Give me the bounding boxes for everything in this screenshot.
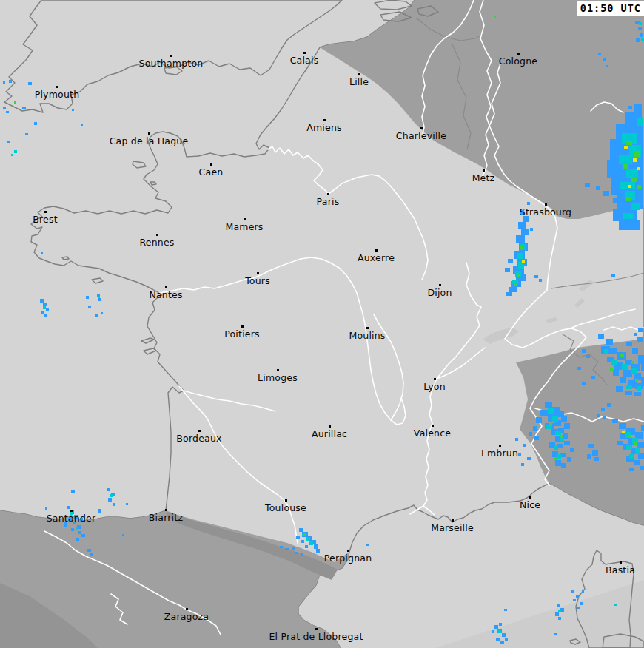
radar-cell-light: [28, 82, 32, 85]
city-dot: [165, 509, 167, 511]
city-label: Plymouth: [35, 89, 80, 100]
radar-cell-moderate: [11, 154, 13, 156]
city-label: Rennes: [139, 237, 174, 248]
radar-cell-light: [22, 107, 26, 109]
radar-cell-light: [71, 528, 74, 531]
radar-cell-moderate: [558, 610, 561, 612]
radar-cell-light: [564, 441, 570, 445]
radar-cell-light: [598, 53, 601, 55]
radar-cell-heavy: [554, 457, 557, 460]
radar-cell-moderate: [626, 445, 632, 450]
radar-cell-light: [516, 235, 525, 243]
city-dot: [358, 73, 360, 75]
radar-cell-moderate: [552, 416, 558, 422]
radar-cell-light: [46, 308, 49, 311]
radar-cell-light: [301, 540, 304, 543]
radar-cell-light: [613, 370, 619, 376]
city-label: Cologne: [499, 55, 537, 67]
radar-cell-heavy: [620, 354, 624, 357]
city-dot: [323, 119, 326, 121]
radar-cell-light: [316, 549, 320, 553]
radar-cell-light: [518, 453, 521, 456]
city-label: Lyon: [423, 381, 446, 392]
radar-cell-heavy: [517, 274, 520, 277]
radar-cell-moderate: [76, 527, 78, 530]
radar-cell-moderate: [622, 364, 628, 370]
radar-cell-light: [641, 425, 644, 431]
radar-cell-light: [299, 528, 303, 532]
radar-cell-light: [126, 503, 128, 505]
city-label: Nantes: [149, 289, 182, 300]
radar-cell-intense: [522, 260, 525, 263]
city-label: Charleville: [396, 130, 446, 141]
radar-cell-light: [557, 604, 560, 607]
radar-cell-light: [640, 466, 644, 470]
radar-cell-light: [500, 641, 504, 644]
radar-cell-light: [25, 133, 28, 135]
radar-cell-moderate: [611, 360, 617, 365]
city-dot: [545, 203, 547, 206]
radar-cell-light: [366, 544, 369, 546]
radar-cell-light: [577, 367, 581, 370]
radar-cell-intense: [637, 167, 640, 170]
radar-cell-moderate: [619, 155, 632, 164]
radar-cell-light: [582, 382, 586, 385]
city-label: Moulins: [349, 330, 385, 341]
radar-cell-moderate: [631, 368, 637, 374]
radar-cell-light: [576, 595, 579, 598]
radar-cell-light: [594, 457, 599, 461]
radar-cell-light: [632, 348, 638, 354]
city-dot: [148, 132, 150, 135]
radar-cell-heavy: [14, 101, 16, 104]
city-label: Tours: [245, 275, 270, 286]
radar-cell-light: [9, 80, 12, 83]
radar-cell-light: [585, 183, 590, 187]
city-label: Amiens: [306, 122, 342, 133]
radar-cell-light: [607, 403, 611, 407]
city-dot: [432, 425, 434, 427]
radar-cell-moderate: [306, 537, 310, 541]
city-dot: [347, 550, 349, 552]
radar-map: [0, 0, 644, 648]
city-label: Dijon: [427, 287, 452, 298]
radar-cell-light: [619, 220, 640, 230]
city-dot: [277, 369, 279, 371]
radar-cell-light: [582, 349, 586, 353]
radar-cell-light: [554, 633, 557, 635]
radar-cell-heavy: [610, 368, 613, 371]
city-dot: [186, 608, 188, 610]
radar-cell-moderate: [631, 203, 640, 210]
radar-cell-light: [561, 463, 566, 468]
radar-cell-light: [90, 553, 93, 556]
radar-cell-light: [509, 287, 517, 292]
radar-cell-light: [43, 303, 47, 306]
city-label: Calais: [290, 55, 319, 66]
radar-cell-light: [626, 342, 632, 346]
radar-cell-light: [285, 548, 289, 550]
radar-cell-light: [71, 490, 75, 493]
city-dot: [241, 325, 244, 328]
radar-cell-light: [636, 38, 640, 42]
radar-cell-light: [533, 426, 537, 431]
radar-cell-light: [101, 312, 103, 314]
radar-cell-light: [582, 590, 584, 593]
city-dot: [529, 496, 531, 499]
city-dot: [44, 211, 47, 213]
city-dot: [244, 218, 246, 220]
radar-cell-light: [641, 377, 644, 386]
city-dot: [375, 249, 378, 252]
radar-cell-light: [634, 392, 641, 396]
city-dot: [620, 561, 622, 564]
radar-cell-light: [641, 364, 644, 371]
radar-cell-light: [67, 506, 70, 509]
radar-cell-light: [108, 498, 112, 502]
radar-cell-light: [505, 638, 508, 641]
radar-cell-light: [107, 488, 110, 491]
radar-cell-light: [617, 441, 623, 445]
city-label: Auxerre: [358, 252, 395, 263]
radar-cell-light: [577, 607, 580, 609]
radar-cell-light: [527, 457, 531, 460]
radar-cell-light: [611, 274, 615, 277]
radar-cell-light: [640, 33, 643, 37]
radar-cell-light: [606, 339, 613, 345]
